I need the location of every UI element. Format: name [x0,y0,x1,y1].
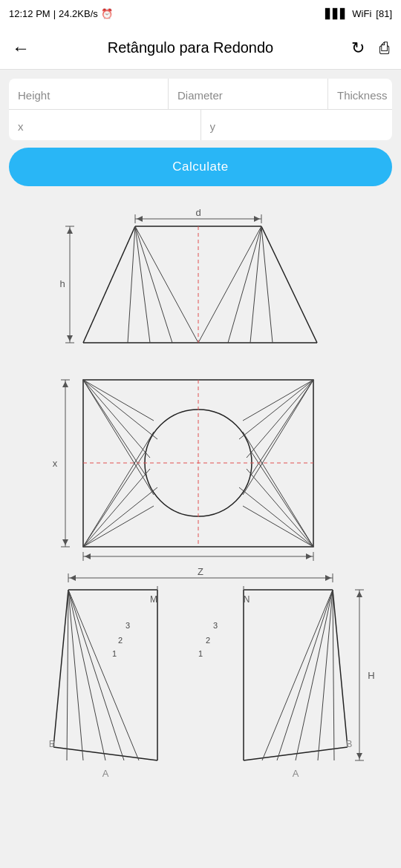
svg-text:A: A [102,768,109,779]
svg-rect-63 [9,562,392,792]
svg-text:3: 3 [125,621,130,630]
signal-icon: ▋▋▋ [325,8,348,19]
diagram-area: d [9,198,392,792]
input-container [9,79,392,140]
calculate-button[interactable]: Calculate [9,148,392,186]
network-label: 24.2KB/s [59,8,98,19]
svg-text:x: x [53,458,58,469]
svg-text:Z: Z [198,566,203,577]
share-button[interactable]: ⎙ [379,39,389,58]
nav-actions: ↻ ⎙ [351,39,389,58]
thickness-input[interactable] [328,79,392,109]
svg-text:H: H [368,670,374,681]
bottom-diagram: Z [9,562,392,792]
nav-bar: ← Retângulo para Redondo ↻ ⎙ [0,27,401,70]
svg-text:B: B [49,738,56,749]
svg-text:A: A [293,768,299,779]
svg-text:1: 1 [112,649,117,658]
svg-text:h: h [59,278,65,289]
main-content: Calculate d [0,70,401,800]
svg-text:1: 1 [198,649,203,658]
back-button[interactable]: ← [12,38,30,59]
svg-rect-26 [9,369,392,562]
x-input[interactable] [9,110,201,140]
svg-text:M: M [150,594,157,605]
svg-text:d: d [195,207,200,218]
network-speed: | [53,8,56,19]
wifi-icon: WiFi [352,8,371,19]
y-input[interactable] [201,110,393,140]
svg-text:B: B [346,738,353,749]
input-row-1 [9,79,392,110]
svg-text:2: 2 [118,636,123,645]
refresh-button[interactable]: ↻ [351,39,365,58]
top-diagram: d [9,198,392,369]
svg-text:2: 2 [206,636,210,645]
diameter-input[interactable] [169,79,328,109]
height-input[interactable] [9,79,169,109]
time-label: 12:12 PM [9,8,50,19]
battery-label: [81] [376,8,392,19]
middle-diagram: x y [9,369,392,562]
svg-text:3: 3 [213,621,218,630]
input-row-2 [9,110,392,140]
alarm-icon: ⏰ [101,8,113,19]
svg-text:N: N [244,594,250,605]
page-title: Retângulo para Redondo [108,39,274,56]
status-bar: 12:12 PM | 24.2KB/s ⏰ ▋▋▋ WiFi [81] [0,0,401,27]
